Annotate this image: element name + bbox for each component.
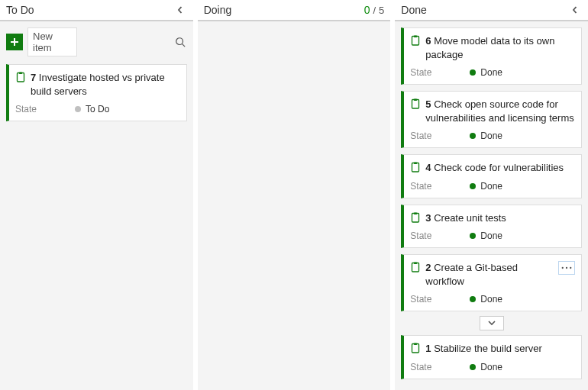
card[interactable]: 2 Create a Git-based workflowStateDone	[401, 254, 582, 311]
svg-rect-11	[412, 263, 419, 272]
clipboard-icon	[410, 162, 421, 172]
column-header-todo: To Do	[0, 0, 193, 21]
card-id: 2	[425, 262, 431, 273]
svg-rect-8	[414, 163, 417, 165]
kanban-board: To Do New item	[0, 0, 588, 390]
card-title: 7 Investigate hosted vs private build se…	[31, 71, 180, 98]
card[interactable]: 3 Create unit testsStateDone	[401, 205, 582, 249]
svg-rect-17	[414, 343, 417, 346]
chevron-left-icon[interactable]	[568, 3, 582, 17]
card-title: 4 Check code for vulnerabilities	[425, 161, 575, 175]
card-state-row: StateDone	[410, 230, 575, 241]
card-title-row: 7 Investigate hosted vs private build se…	[15, 71, 180, 98]
state-value: To Do	[86, 104, 109, 114]
card-title-row: 4 Check code for vulnerabilities	[410, 161, 575, 175]
svg-rect-1	[18, 73, 24, 82]
card-id: 5	[425, 98, 431, 110]
column-title-done: Done	[401, 4, 426, 16]
search-icon[interactable]	[173, 35, 187, 49]
svg-rect-4	[414, 36, 417, 38]
svg-rect-5	[412, 100, 419, 109]
card-id: 3	[425, 212, 431, 224]
state-value: Done	[480, 294, 502, 305]
svg-rect-3	[412, 37, 419, 46]
card-state-row: StateDone	[410, 181, 575, 192]
state-dot-icon	[470, 364, 476, 370]
state-label: State	[410, 131, 470, 141]
card[interactable]: 7 Investigate hosted vs private build se…	[6, 64, 187, 121]
state-dot-icon	[470, 183, 476, 189]
state-dot-icon	[75, 106, 81, 112]
state-value: Done	[480, 131, 502, 141]
state-dot-icon	[470, 296, 476, 302]
new-item-input-wrap: New item	[27, 27, 77, 56]
clipboard-icon	[410, 35, 421, 46]
column-body-todo: New item 7 Investigate hosted vs private…	[0, 21, 193, 390]
column-title-todo: To Do	[6, 4, 34, 16]
svg-point-15	[570, 267, 571, 269]
column-body-done: 6 Move model data to its own packageStat…	[395, 21, 588, 390]
clipboard-icon	[15, 72, 26, 82]
state-dot-icon	[470, 233, 476, 239]
column-todo: To Do New item	[0, 0, 198, 390]
column-body-doing	[198, 21, 391, 390]
card-title-row: 1 Stabilize the build server	[410, 342, 575, 356]
wip-current: 0	[364, 4, 370, 16]
clipboard-icon	[410, 262, 421, 272]
svg-point-13	[562, 267, 564, 269]
card-text: Check code for vulnerabilities	[431, 162, 564, 173]
state-label: State	[410, 230, 470, 241]
card-title: 1 Stabilize the build server	[425, 342, 575, 356]
column-doing: Doing 0/5	[198, 0, 396, 390]
card-text: Check open source code for vulnerabiliti…	[425, 98, 573, 124]
svg-rect-7	[412, 163, 419, 172]
state-dot-icon	[470, 69, 476, 76]
card[interactable]: 6 Move model data to its own packageStat…	[401, 27, 582, 85]
svg-rect-10	[414, 212, 417, 214]
chevron-down-icon[interactable]	[480, 316, 504, 330]
column-done: Done 6 Move model data to its own packag…	[395, 0, 588, 390]
svg-rect-6	[414, 99, 417, 102]
wip-sep: /	[373, 5, 376, 16]
card-state-row: StateDone	[410, 294, 575, 305]
card-text: Investigate hosted vs private build serv…	[31, 72, 165, 97]
card-title: 2 Create a Git-based workflow	[425, 261, 554, 288]
card[interactable]: 4 Check code for vulnerabilitiesStateDon…	[401, 154, 582, 198]
column-title-doing: Doing	[204, 4, 232, 16]
add-item-button[interactable]	[6, 34, 23, 50]
card-id: 7	[31, 72, 36, 83]
card-title-row: 2 Create a Git-based workflow	[410, 261, 575, 288]
svg-point-14	[566, 267, 567, 269]
card-more-button[interactable]	[558, 261, 575, 275]
chevron-left-icon[interactable]	[173, 3, 187, 17]
card-title-row: 3 Create unit tests	[410, 211, 575, 225]
clipboard-icon	[410, 212, 421, 223]
clipboard-icon	[410, 343, 421, 353]
svg-rect-2	[19, 73, 22, 75]
card-text: Move model data to its own package	[425, 35, 554, 60]
state-label: State	[410, 181, 470, 192]
state-label: State	[410, 294, 470, 305]
wip-limit: 5	[379, 5, 384, 16]
state-label: State	[410, 67, 470, 78]
wip-counter: 0/5	[364, 4, 385, 16]
svg-rect-9	[412, 213, 419, 222]
card-title: 3 Create unit tests	[425, 211, 575, 225]
svg-point-0	[176, 38, 183, 45]
state-label: State	[410, 362, 470, 372]
card-title: 5 Check open source code for vulnerabili…	[425, 98, 575, 124]
card-text: Stabilize the build server	[431, 343, 542, 354]
state-dot-icon	[470, 133, 476, 139]
state-value: Done	[480, 181, 502, 192]
card-title-row: 5 Check open source code for vulnerabili…	[410, 98, 575, 124]
state-value: Done	[480, 67, 502, 78]
card[interactable]: 1 Stabilize the build serverStateDone	[401, 335, 582, 379]
column-header-doing: Doing 0/5	[198, 0, 391, 21]
card-state-row: StateDone	[410, 67, 575, 78]
card-text: Create a Git-based workflow	[425, 262, 518, 287]
new-item-input[interactable]: New item	[27, 27, 77, 56]
card-state-row: StateDone	[410, 362, 575, 372]
svg-rect-16	[412, 344, 419, 353]
card[interactable]: 5 Check open source code for vulnerabili…	[401, 91, 582, 148]
card-id: 1	[425, 343, 431, 354]
